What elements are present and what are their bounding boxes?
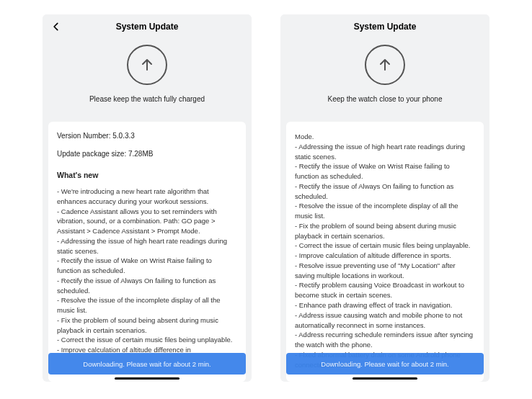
package-size-label: Update package size: 7.28MB xyxy=(57,150,237,158)
download-text: Downloading. Please wait for about 2 min… xyxy=(83,360,210,368)
page-title: System Update xyxy=(354,22,417,32)
list-item: Correct the issue of certain music files… xyxy=(57,335,237,345)
upload-section: Please keep the watch fully charged xyxy=(43,39,252,116)
upload-icon-circle xyxy=(365,45,405,85)
release-notes-list: We're introducing a new heart rate algor… xyxy=(57,187,237,355)
list-item: Addressing the issue of high heart rate … xyxy=(295,142,475,162)
list-item: Rectify the issue of Always On failing t… xyxy=(295,181,475,202)
list-item: Cadence Assistant allows you to set remi… xyxy=(57,207,237,236)
list-item: Resolve the issue of the incomplete disp… xyxy=(295,201,475,221)
list-item: Fix the problem of sound being absent du… xyxy=(57,315,237,336)
list-item: Enhance path drawing effect of track in … xyxy=(295,300,475,310)
phone-screen-right: System Update Keep the watch close to yo… xyxy=(280,14,489,382)
upload-icon-circle xyxy=(127,45,167,85)
version-label: Version Number: 5.0.3.3 xyxy=(57,132,237,140)
list-item: Rectify the issue of Wake on Wrist Raise… xyxy=(295,161,475,181)
list-item: Correct the issue of certain music files… xyxy=(295,241,475,251)
list-item: We're introducing a new heart rate algor… xyxy=(57,187,237,207)
side-by-side-screens: System Update Please keep the watch full… xyxy=(14,14,518,382)
list-item: Rectify problem causing Voice Broadcast … xyxy=(295,280,475,300)
release-notes-list: Mode.Addressing the issue of high heart … xyxy=(295,132,475,369)
chevron-left-icon xyxy=(51,22,61,32)
list-item: Address recurring schedule reminders iss… xyxy=(295,330,475,350)
download-progress-bar[interactable]: Downloading. Please wait for about 2 min… xyxy=(286,353,484,375)
proximity-subtitle: Keep the watch close to your phone xyxy=(280,95,489,103)
list-item: Addressing the issue of high heart rate … xyxy=(57,236,237,256)
arrow-up-icon xyxy=(376,56,394,73)
header: System Update xyxy=(43,14,252,39)
list-item: Resolve issue preventing use of "My Loca… xyxy=(295,261,475,281)
release-notes-card: Mode.Addressing the issue of high heart … xyxy=(286,122,484,382)
list-item: Mode. xyxy=(295,132,475,142)
release-notes-card: Version Number: 5.0.3.3 Update package s… xyxy=(48,122,246,382)
phone-screen-left: System Update Please keep the watch full… xyxy=(43,14,252,382)
whats-new-heading: What's new xyxy=(57,171,237,179)
upload-section: Keep the watch close to your phone xyxy=(280,39,489,116)
download-progress-bar[interactable]: Downloading. Please wait for about 2 min… xyxy=(48,353,246,375)
page-title: System Update xyxy=(116,22,179,32)
back-button[interactable] xyxy=(50,19,63,35)
list-item: Resolve the issue of the incomplete disp… xyxy=(57,295,237,315)
header: System Update xyxy=(280,14,489,39)
charging-subtitle: Please keep the watch fully charged xyxy=(43,95,252,103)
list-item: Fix the problem of sound being absent du… xyxy=(295,221,475,241)
list-item: Address issue causing watch and mobile p… xyxy=(295,310,475,331)
list-item: Improve calculation of altitude differen… xyxy=(295,251,475,261)
arrow-up-icon xyxy=(138,56,156,73)
list-item: Rectify the issue of Always On failing t… xyxy=(57,276,237,296)
home-indicator[interactable] xyxy=(353,377,417,380)
download-text: Downloading. Please wait for about 2 min… xyxy=(321,360,448,368)
home-indicator[interactable] xyxy=(115,377,179,380)
list-item: Rectify the issue of Wake on Wrist Raise… xyxy=(57,256,237,276)
